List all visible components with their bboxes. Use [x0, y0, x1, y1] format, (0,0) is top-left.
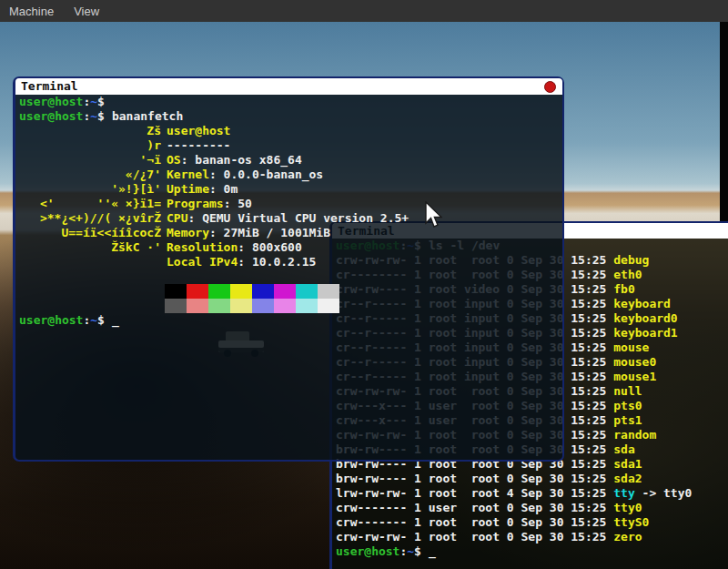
palette-swatch	[187, 284, 208, 299]
palette-swatch	[252, 299, 274, 313]
file-name: pts0	[613, 399, 642, 412]
ascii-art: <' ''« ×}ï1=	[19, 197, 161, 211]
prompt-user: user@host	[19, 109, 83, 123]
palette-swatch	[318, 284, 339, 299]
fetch-value: : 0.0.0-banan_os	[209, 168, 323, 181]
fetch-label: Programs	[167, 197, 224, 210]
dev-row: brw-rw---- 1 root root 0 Sep 30 15:25 sd…	[336, 472, 724, 486]
palette-swatch	[296, 299, 318, 313]
blank-line	[19, 269, 559, 284]
file-name: sda2	[613, 472, 642, 485]
file-name: tty0	[613, 501, 642, 514]
ascii-art: )r	[19, 138, 161, 153]
fetch-line: <' ''« ×}ï1=Programs: 50	[19, 197, 559, 211]
file-name: eth0	[613, 268, 642, 281]
color-palette-row-normal	[165, 284, 559, 299]
prompt-dollar: $	[97, 95, 105, 108]
palette-swatch	[274, 284, 296, 299]
palette-swatch	[165, 284, 187, 299]
fetch-value: : 27MiB / 1001MiB	[209, 226, 330, 239]
file-name: debug	[613, 253, 649, 267]
mouse-cursor-icon	[424, 201, 442, 229]
vm-screen: Machine View Terminal user@host:~$ls -l …	[0, 0, 728, 569]
prompt-dollar: $	[97, 313, 105, 327]
fetch-line: )r---------	[19, 138, 559, 153]
ascii-art: >**¿<+)//( ×¿vîrŽ	[19, 211, 161, 226]
menubar: Machine View	[0, 0, 728, 22]
menu-view[interactable]: View	[74, 5, 99, 18]
symlink-name: tty	[613, 486, 634, 500]
terminal1-titlebar[interactable]: Terminal	[15, 78, 562, 95]
fetch-line: >**¿<+)//( ×¿vîrŽCPU: QEMU Virtual CPU v…	[19, 211, 559, 226]
prompt-path: ~	[90, 95, 97, 108]
row-meta: crw-rw-rw- 1 root root 0 Sep 30 15:25	[336, 530, 613, 544]
prompt-path: ~	[407, 544, 414, 558]
row-meta: lrw-rw-rw- 1 root root 4 Sep 30 15:25	[336, 486, 613, 500]
file-name: keyboard0	[613, 311, 677, 325]
ascii-art: «/¿7'	[19, 168, 161, 182]
fetch-value: : 10.0.2.15	[238, 255, 316, 269]
palette-swatch	[318, 299, 339, 313]
ascii-art: ŽškC ·'	[19, 240, 161, 255]
fetch-line: Zšuser@host	[19, 124, 559, 138]
file-name: sda	[613, 442, 634, 456]
shell-prompt-line: user@host:~$_	[336, 544, 724, 559]
fetch-value: : QEMU Virtual CPU version 2.5+	[187, 211, 409, 225]
file-name: mouse1	[613, 370, 656, 383]
shell-command-line: user@host:~$bananfetch	[19, 109, 559, 124]
menu-machine[interactable]: Machine	[9, 5, 54, 18]
fetch-line: '¬ïOS: banan-os x86_64	[19, 153, 559, 168]
file-name: mouse0	[613, 355, 656, 369]
terminal1-content[interactable]: user@host:~$ user@host:~$bananfetch Zšus…	[15, 95, 562, 460]
symlink-target: -> tty0	[635, 486, 693, 500]
text-cursor: _	[429, 544, 436, 558]
fetch-line: U==íï<<ííîcocŽMemory: 27MiB / 1001MiB	[19, 226, 559, 240]
fetch-value: ---------	[167, 138, 230, 152]
fetch-value: : banan-os x86_64	[181, 153, 302, 167]
shell-prompt-line: user@host:~$	[19, 95, 559, 109]
row-meta: crw------- 1 user root 0 Sep 30 15:25	[336, 501, 613, 514]
close-button[interactable]	[544, 81, 556, 93]
palette-swatch	[165, 299, 187, 313]
terminal-window-front[interactable]: Terminal user@host:~$ user@host:~$bananf…	[13, 76, 564, 462]
row-meta: brw-rw---- 1 root root 0 Sep 30 15:25	[336, 472, 613, 485]
shell-prompt-line: user@host:~$_	[19, 313, 559, 328]
fetch-label: Kernel	[167, 168, 209, 181]
fetch-line: ŽškC ·'Resolution: 800x600	[19, 240, 559, 255]
palette-swatch	[230, 299, 252, 313]
ascii-art: '¬ï	[19, 153, 161, 168]
file-name: random	[613, 428, 656, 442]
prompt-user: user@host	[19, 95, 83, 108]
fetch-label: OS	[167, 153, 181, 167]
color-palette-row-bright	[165, 299, 559, 313]
file-name: mouse	[613, 340, 649, 354]
dev-row: crw------- 1 root root 0 Sep 30 15:25 tt…	[336, 515, 724, 530]
fetch-value: : 50	[224, 197, 252, 210]
file-name: keyboard1	[613, 326, 677, 340]
palette-swatch	[208, 299, 230, 313]
palette-swatch	[252, 284, 274, 299]
fetch-label: Local IPv4	[167, 255, 238, 269]
dev-row: crw------- 1 user root 0 Sep 30 15:25 tt…	[336, 501, 724, 515]
row-meta: crw------- 1 root root 0 Sep 30 15:25	[336, 515, 613, 529]
fetch-line: Local IPv4: 10.0.2.15	[19, 255, 559, 269]
fetch-value: : 800x600	[238, 240, 301, 254]
prompt-path: ~	[90, 313, 97, 327]
ascii-art: U==íï<<ííîcocŽ	[19, 226, 161, 240]
fetch-label: CPU	[167, 211, 187, 225]
file-name: zero	[613, 530, 642, 544]
file-name: ttyS0	[613, 515, 649, 529]
file-name: sda1	[613, 457, 642, 471]
palette-swatch	[296, 284, 318, 299]
palette-swatch	[274, 299, 296, 313]
fetch-line: '»!}[ì'Uptime: 0m	[19, 182, 559, 197]
prompt-user: user@host	[19, 313, 83, 327]
fetch-value: : 0m	[209, 182, 238, 196]
screen-edge-strip	[720, 22, 728, 221]
prompt-path: ~	[90, 109, 97, 123]
dev-row: lrw-rw-rw- 1 root root 4 Sep 30 15:25 tt…	[336, 486, 724, 501]
fetch-line: «/¿7'Kernel: 0.0.0-banan_os	[19, 168, 559, 182]
file-name: null	[613, 384, 642, 398]
prompt-user: user@host	[336, 544, 399, 558]
fetch-label: Memory	[167, 226, 209, 239]
